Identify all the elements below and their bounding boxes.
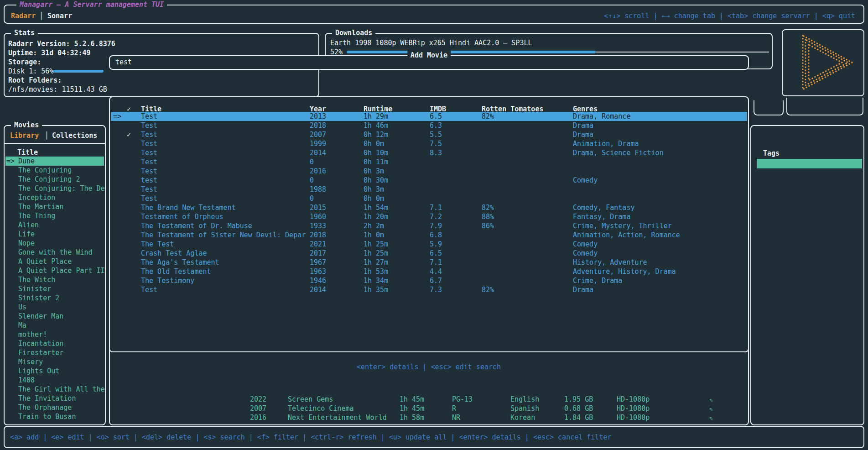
movie-list-item[interactable]: Sinister 2 <box>5 293 104 303</box>
movie-list-item[interactable]: The Conjuring: The De <box>5 184 104 193</box>
cell-year: 2022 <box>250 395 266 404</box>
movie-list-item[interactable]: The Conjuring <box>5 166 104 175</box>
movie-list-item[interactable]: The Thing <box>5 211 104 220</box>
movie-list-item[interactable]: =>Dune <box>5 157 104 166</box>
managarr-play-logo-icon <box>783 30 863 95</box>
movie-list-item[interactable]: A Quiet Place <box>5 257 104 266</box>
movie-list-item[interactable]: The Invitation <box>5 394 104 403</box>
result-row[interactable]: Test00h 0m <box>111 194 747 203</box>
collection-movie-row[interactable]: 2007Telecinco Cinema1h 45mRSpanish0.68 G… <box>0 404 868 413</box>
result-row[interactable]: The Brand New Testament20151h 54m7.182%C… <box>111 203 747 212</box>
result-row[interactable]: Test19880h 3m <box>111 185 747 194</box>
cell-genres: Adventure, History, Drama <box>573 267 676 276</box>
cell-title: Test <box>141 139 157 148</box>
collection-movie-row[interactable]: 2016Next Entertainment World1h 58mNRKore… <box>0 413 868 422</box>
movie-list-item[interactable]: Nope <box>5 239 104 248</box>
cell-year: 0 <box>310 157 314 167</box>
result-row[interactable]: ✓Test20070h 12m5.5Drama <box>111 130 747 139</box>
result-row[interactable]: The Testament of Dr. Mabuse19332h 2m7.98… <box>111 221 747 230</box>
movie-title: The Conjuring <box>18 166 72 175</box>
movie-title: Sinister 2 <box>18 293 59 303</box>
movie-list-item[interactable]: Firestarter <box>5 348 104 357</box>
cell-imdb: 7.1 <box>430 203 442 212</box>
cell-runtime: 1h 35m <box>364 285 388 294</box>
cell-title: Test <box>141 157 157 167</box>
tags-selected-row[interactable] <box>757 159 862 168</box>
movie-list-item[interactable]: Lights Out <box>5 366 104 376</box>
cell-rotten_tomatoes: 86% <box>482 221 494 230</box>
tab-sonarr[interactable]: Sonarr <box>47 11 72 21</box>
stats-root-folder: /nfs/movies: 11511.43 GB <box>8 85 107 94</box>
movie-list-item[interactable]: Misery <box>5 357 104 366</box>
cell-runtime: 0h 30m <box>364 176 388 185</box>
result-row[interactable]: Crash Test Aglae20171h 25m6.5Comedy <box>111 249 747 258</box>
movie-list-item[interactable]: mother! <box>5 330 104 339</box>
movies-panel: Movies Library │ Collections Title =>Dun… <box>4 125 106 425</box>
result-row[interactable]: The Test20211h 25m5.9Comedy <box>111 240 747 249</box>
cell-title: Test <box>141 130 157 139</box>
result-row[interactable]: The Old Testament19631h 53m4.4Adventure,… <box>111 267 747 276</box>
movie-list-item[interactable]: Sinister <box>5 284 104 293</box>
tab-collections[interactable]: Collections <box>52 131 97 140</box>
cell-imdb: 5.9 <box>430 240 442 249</box>
tab-radarr[interactable]: Radarr <box>11 11 36 21</box>
cell-title: The Aga's Testament <box>141 258 219 267</box>
cell-year: 0 <box>310 194 314 203</box>
cell-title: The Old Testament <box>141 267 211 276</box>
movie-list-item[interactable]: Life <box>5 230 104 239</box>
movie-list-item[interactable]: Alien <box>5 220 104 230</box>
movie-list-item[interactable]: A Quiet Place Part II <box>5 266 104 275</box>
cell-title: test <box>141 176 157 185</box>
movie-title: The Conjuring: The De <box>18 184 105 193</box>
movie-list-item[interactable]: The Witch <box>5 275 104 284</box>
movie-list-item[interactable]: The Conjuring 2 <box>5 175 104 184</box>
tags-panel: Tags <box>750 125 864 425</box>
cell-language: Korean <box>510 413 535 422</box>
add-movie-search-input[interactable] <box>114 58 741 67</box>
result-row[interactable]: test00h 30mComedy <box>111 176 747 185</box>
movie-list-item[interactable]: The Girl with All the <box>5 385 104 394</box>
result-row[interactable]: Test20181h 46m6.3Drama <box>111 121 747 130</box>
result-row[interactable]: The Testament of Sister New Devil: Depar… <box>111 230 747 240</box>
movie-list-item[interactable]: Ma <box>5 321 104 330</box>
cell-runtime: 0h 12m <box>364 130 388 139</box>
cell-runtime: 1h 0m <box>364 230 384 240</box>
tags-label: Tags <box>763 149 780 158</box>
stats-root-folders-label: Root Folders: <box>8 76 62 85</box>
cell-runtime: 1h 25m <box>364 249 388 258</box>
movie-list-item[interactable]: Train to Busan <box>5 412 104 421</box>
result-row[interactable]: The Testimony19461h 34m6.7Crime, Drama <box>111 276 747 285</box>
result-row[interactable]: Test00h 11m <box>111 157 747 167</box>
cell-certification: R <box>452 404 456 413</box>
movie-list-item[interactable]: Incantation <box>5 339 104 348</box>
cell-runtime: 1h 20m <box>364 212 388 221</box>
result-row[interactable]: Test19990h 0m7.5Animation, Drama <box>111 139 747 148</box>
cell-runtime: 1h 46m <box>364 121 388 130</box>
cell-genres: Crime, Drama <box>573 276 622 285</box>
movie-list-item[interactable]: The Martian <box>5 202 104 211</box>
cell-year: 1999 <box>310 139 326 148</box>
modal-keybind-hints: <enter> details | <esc> edit search <box>357 362 501 372</box>
cell-genres: Comedy, Fantasy <box>573 203 634 212</box>
result-row[interactable]: =>Test20131h 29m6.582%Drama, Romance <box>111 112 747 121</box>
movie-list-item[interactable]: Inception <box>5 193 104 202</box>
movie-list-item[interactable]: Gone with the Wind <box>5 248 104 257</box>
downloads-panel-title: Downloads <box>332 28 375 37</box>
cell-language: English <box>510 395 539 404</box>
result-row[interactable]: Test20160h 3m <box>111 167 747 176</box>
result-row[interactable]: The Aga's Testament19671h 27m7.1History,… <box>111 258 747 267</box>
tab-library[interactable]: Library <box>10 131 39 140</box>
movie-list-item[interactable]: Slender Man <box>5 312 104 321</box>
result-row[interactable]: Test20140h 10m8.3Drama, Science Fiction <box>111 148 747 157</box>
cell-imdb: 6.8 <box>430 230 442 240</box>
result-row[interactable]: Testament of Orpheus19601h 20m7.288%Fant… <box>111 212 747 221</box>
movie-list-item[interactable]: 1408 <box>5 376 104 385</box>
result-row[interactable]: Test20141h 35m7.382%Drama <box>111 285 747 294</box>
cell-title: Test <box>141 148 157 157</box>
cell-title: Test <box>141 121 157 130</box>
movie-list-item[interactable]: Us <box>5 303 104 312</box>
collection-movie-row[interactable]: 2022Screen Gems1h 45mPG-13English1.95 GB… <box>0 395 868 404</box>
movie-list-item[interactable]: The Orphanage <box>5 403 104 412</box>
cell-genres: Comedy <box>573 176 598 185</box>
cell-year: 2016 <box>310 167 326 176</box>
